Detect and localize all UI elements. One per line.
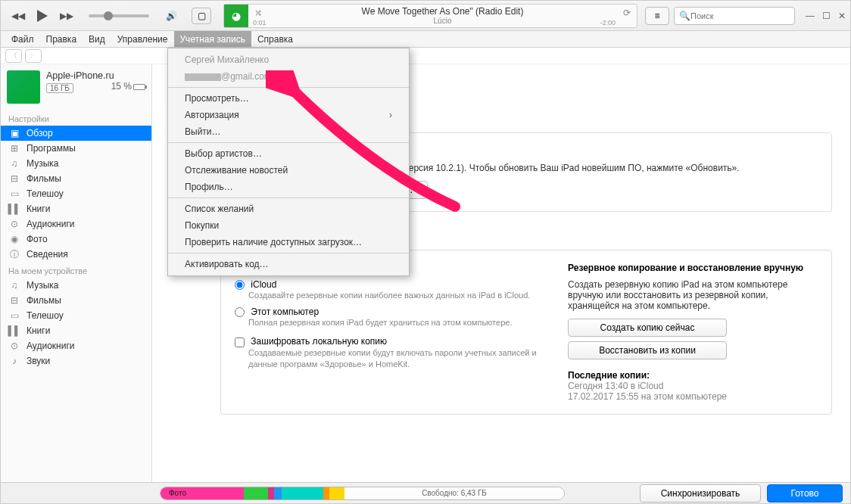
account-email: @gmail.com (168, 68, 409, 85)
battery-percent: 15 % (111, 81, 132, 92)
dd-authorization[interactable]: Авторизация› (168, 107, 409, 123)
thispc-label[interactable]: Этот компьютер (251, 306, 319, 317)
settings-section-label: Настройки (1, 110, 151, 126)
sidebar-books[interactable]: ▌▌Книги (1, 201, 151, 216)
play-button[interactable] (34, 8, 51, 24)
device-thumbnail (7, 70, 40, 104)
ondevice-audiobooks[interactable]: ⊙Аудиокниги (1, 338, 151, 353)
account-user-name: Сергей Михайленко (168, 51, 409, 68)
album-art: ◕ (224, 5, 248, 27)
dd-downloads[interactable]: Проверить наличие доступных загрузок… (168, 234, 409, 250)
book-icon: ▌▌ (8, 204, 20, 214)
done-button[interactable]: Готово (767, 484, 843, 502)
sync-button[interactable]: Синхронизировать (640, 484, 761, 502)
repeat-icon[interactable]: ⟳ (623, 8, 631, 18)
encrypt-desc: Создаваемые резервные копии будут включа… (248, 347, 545, 371)
ondevice-books[interactable]: ▌▌Книги (1, 323, 151, 338)
audiobook-icon: ⊙ (8, 341, 20, 351)
icloud-label[interactable]: iCloud (251, 279, 276, 290)
music-icon: ♫ (8, 280, 20, 291)
track-title: We Move Together As One" (Radio Edit) (248, 6, 637, 17)
book-icon: ▌▌ (8, 325, 20, 336)
minimize-button[interactable]: — (806, 11, 815, 21)
search-icon: 🔍 (679, 11, 690, 21)
capacity-free: Свободно: 6,43 ГБ (344, 487, 564, 499)
chevron-right-icon: › (389, 110, 392, 120)
search-input[interactable] (690, 11, 795, 20)
audiobook-icon: ⊙ (8, 219, 20, 229)
ondevice-movies[interactable]: ⊟Фильмы (1, 293, 151, 308)
close-button[interactable]: ✕ (838, 11, 846, 21)
capacity-seg5 (282, 487, 323, 499)
last-backup-1: Сегодня 13:40 в iCloud (568, 381, 818, 391)
icloud-radio[interactable] (235, 280, 245, 290)
film-icon: ⊟ (8, 295, 20, 306)
encrypt-label[interactable]: Зашифровать локальную копию (251, 336, 387, 347)
dd-profile[interactable]: Профиль… (168, 179, 409, 195)
remaining-time: -2:00 (600, 19, 616, 26)
account-dropdown: Сергей Михайленко @gmail.com Просмотреть… (167, 48, 410, 276)
menu-file[interactable]: Файл (5, 31, 40, 47)
list-view-button[interactable]: ≡ (645, 7, 669, 25)
sidebar-tvshows[interactable]: ▭Телешоу (1, 186, 151, 201)
menu-view[interactable]: Вид (83, 31, 111, 47)
backup-now-button[interactable]: Создать копию сейчас (568, 319, 727, 337)
forward-button[interactable]: 〉 (25, 49, 42, 63)
manual-backup-desc: Создать резервную копию iPad на этом ком… (568, 279, 818, 311)
shuffle-icon[interactable]: ⤭ (254, 8, 262, 18)
search-box[interactable]: 🔍 (674, 7, 795, 25)
dd-signout[interactable]: Выйти… (168, 123, 409, 140)
capacity-seg7 (329, 487, 344, 499)
film-icon: ⊟ (8, 173, 20, 184)
ondevice-section-label: На моем устройстве (1, 262, 151, 278)
bell-icon: ♪ (8, 356, 20, 366)
sidebar-audiobooks[interactable]: ⊙Аудиокниги (1, 216, 151, 232)
next-button[interactable]: ▶▶ (58, 8, 75, 24)
ondevice-music[interactable]: ♫Музыка (1, 278, 151, 293)
encrypt-checkbox[interactable] (235, 338, 245, 347)
ondevice-tvshows[interactable]: ▭Телешоу (1, 308, 151, 323)
sidebar-movies[interactable]: ⊟Фильмы (1, 171, 151, 186)
menu-bar: Файл Правка Вид Управление Учетная запис… (1, 31, 850, 48)
maximize-button[interactable]: ☐ (822, 11, 831, 21)
dd-purchases[interactable]: Покупки (168, 217, 409, 234)
capacity-seg6 (323, 487, 329, 499)
sidebar-photos[interactable]: ◉Фото (1, 232, 151, 247)
tv-icon: ▭ (8, 188, 20, 199)
menu-account[interactable]: Учетная запись (174, 31, 251, 47)
last-backup-2: 17.02.2017 15:55 на этом компьютере (568, 391, 818, 402)
tv-icon: ▭ (8, 310, 20, 321)
device-header: Apple-iPhone.ru 16 ГБ 15 % (1, 64, 151, 110)
device-name: Apple-iPhone.ru (46, 70, 145, 81)
capacity-seg3 (268, 487, 274, 499)
previous-button[interactable]: ◀◀ (10, 8, 26, 24)
menu-edit[interactable]: Правка (40, 31, 83, 47)
capacity-seg4 (274, 487, 282, 499)
menu-help[interactable]: Справка (251, 31, 299, 47)
airplay-button[interactable]: ▢ (192, 8, 211, 24)
dd-news[interactable]: Отслеживание новостей (168, 162, 409, 179)
restore-backup-button[interactable]: Восстановить из копии (568, 341, 727, 359)
thispc-radio[interactable] (235, 307, 245, 317)
menu-controls[interactable]: Управление (111, 31, 174, 47)
bottom-bar: Свободно: 6,43 ГБ Фото Синхронизировать … (1, 482, 850, 503)
sidebar-music[interactable]: ♫Музыка (1, 156, 151, 171)
ondevice-sounds[interactable]: ♪Звуки (1, 353, 151, 369)
dd-wishlist[interactable]: Список желаний (168, 201, 409, 217)
sidebar-apps[interactable]: ⊞Программы (1, 141, 151, 156)
dd-redeem[interactable]: Активировать код… (168, 256, 409, 272)
icloud-desc: Создавайте резервные копии наиболее важн… (248, 290, 545, 301)
elapsed-time: 0:01 (253, 19, 267, 26)
back-button[interactable]: 〈 (5, 49, 22, 63)
tablet-icon: ▣ (8, 128, 20, 138)
volume-slider[interactable] (89, 14, 149, 17)
capacity-photos (161, 487, 244, 499)
dd-view[interactable]: Просмотреть… (168, 90, 409, 107)
volume-icon: 🔊 (163, 8, 179, 24)
playback-controls: ◀◀ ▶▶ 🔊 ▢ (5, 8, 216, 24)
sidebar-info[interactable]: ⓘСведения (1, 247, 151, 262)
battery-icon (133, 84, 145, 90)
camera-icon: ◉ (8, 234, 20, 244)
dd-artists[interactable]: Выбор артистов… (168, 145, 409, 162)
sidebar-overview[interactable]: ▣Обзор (1, 126, 151, 141)
